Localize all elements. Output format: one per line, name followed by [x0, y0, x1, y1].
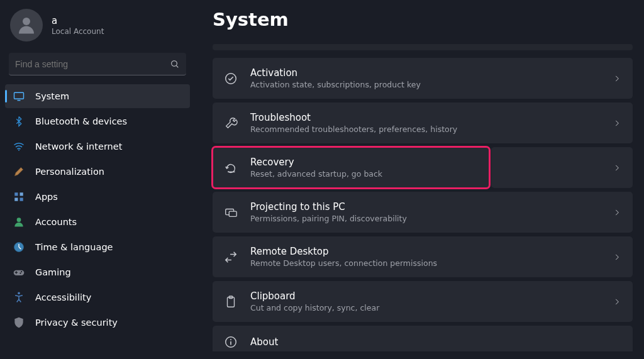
sidebar-item-label: Apps — [35, 192, 58, 202]
sidebar-item-label: Time & language — [35, 242, 113, 252]
search-icon — [170, 59, 180, 69]
apps-icon — [13, 191, 25, 203]
setting-clipboard[interactable]: Clipboard Cut and copy history, sync, cl… — [213, 281, 633, 322]
avatar — [10, 9, 43, 41]
gaming-icon — [13, 266, 25, 279]
sidebar-item-accounts[interactable]: Accounts — [5, 210, 190, 234]
clipboard-icon — [224, 295, 238, 309]
sidebar-item-label: Gaming — [35, 267, 71, 277]
time-icon — [13, 241, 25, 253]
user-name: a — [52, 15, 104, 26]
svg-line-2 — [176, 65, 178, 67]
svg-point-15 — [19, 273, 21, 274]
setting-title: Clipboard — [250, 290, 600, 302]
chevron-right-icon — [613, 297, 621, 306]
sidebar-item-bluetooth[interactable]: Bluetooth & devices — [5, 109, 190, 133]
svg-point-0 — [23, 18, 30, 25]
setting-sub: Reset, advanced startup, go back — [250, 169, 478, 179]
search-input[interactable] — [15, 59, 170, 69]
setting-troubleshoot[interactable]: Troubleshoot Recommended troubleshooters… — [213, 102, 633, 143]
setting-title: Troubleshoot — [250, 112, 600, 123]
accounts-icon — [13, 216, 25, 228]
search-field[interactable] — [9, 53, 186, 75]
svg-point-5 — [18, 150, 19, 151]
wrench-icon — [224, 116, 238, 130]
setting-title: About — [250, 336, 621, 348]
svg-point-23 — [230, 339, 231, 340]
sidebar-item-gaming[interactable]: Gaming — [5, 260, 190, 284]
setting-title: Remote Desktop — [250, 246, 600, 257]
setting-sub: Permissions, pairing PIN, discoverabilit… — [250, 214, 600, 223]
info-icon — [224, 335, 238, 349]
remote-icon — [224, 250, 238, 264]
user-subtitle: Local Account — [52, 27, 104, 36]
setting-sub: Activation state, subscriptions, product… — [250, 80, 600, 89]
wifi-icon — [13, 140, 25, 153]
scroll-spacer — [213, 44, 633, 50]
setting-remote-desktop[interactable]: Remote Desktop Remote Desktop users, con… — [213, 236, 633, 277]
chevron-right-icon — [613, 119, 621, 128]
setting-recovery[interactable]: Recovery Reset, advanced startup, go bac… — [213, 147, 489, 188]
setting-sub: Recommended troubleshooters, preferences… — [250, 124, 600, 134]
chevron-right-icon — [613, 208, 621, 217]
projecting-icon — [224, 206, 238, 219]
sidebar-item-label: Accounts — [35, 217, 77, 227]
svg-point-14 — [21, 271, 22, 272]
svg-point-16 — [18, 292, 20, 295]
setting-title: Projecting to this PC — [250, 201, 600, 213]
svg-rect-9 — [20, 198, 23, 201]
svg-rect-19 — [229, 211, 236, 216]
sidebar-item-accessibility[interactable]: Accessibility — [5, 285, 190, 309]
sidebar-item-apps[interactable]: Apps — [5, 185, 190, 209]
sidebar-item-time-language[interactable]: Time & language — [5, 235, 190, 259]
chevron-right-icon — [613, 163, 621, 172]
page-title: System — [213, 9, 633, 30]
activation-icon — [224, 72, 238, 86]
svg-rect-6 — [14, 192, 18, 196]
sidebar-item-label: Privacy & security — [35, 318, 118, 328]
user-icon — [15, 14, 38, 36]
user-account-block[interactable]: a Local Account — [5, 6, 190, 53]
sidebar-item-label: Bluetooth & devices — [35, 116, 127, 126]
setting-projecting[interactable]: Projecting to this PC Permissions, pairi… — [213, 192, 633, 233]
chevron-right-icon — [613, 253, 621, 262]
main-content: System Activation Activation state, subs… — [195, 0, 644, 359]
svg-rect-8 — [14, 198, 18, 201]
setting-sub: Remote Desktop users, connection permiss… — [250, 258, 600, 268]
sidebar-item-label: System — [35, 91, 69, 101]
shield-icon — [13, 316, 25, 329]
sidebar-item-label: Accessibility — [35, 292, 91, 302]
recovery-icon — [224, 161, 238, 175]
sidebar-item-privacy-security[interactable]: Privacy & security — [5, 311, 190, 334]
setting-about[interactable]: About — [213, 326, 633, 351]
svg-rect-7 — [20, 192, 23, 196]
chevron-right-icon — [613, 74, 621, 83]
svg-point-1 — [172, 60, 177, 66]
setting-activation[interactable]: Activation Activation state, subscriptio… — [213, 58, 633, 99]
system-icon — [13, 90, 25, 102]
setting-sub: Cut and copy history, sync, clear — [250, 303, 600, 312]
svg-point-10 — [17, 218, 21, 222]
svg-rect-3 — [14, 92, 24, 99]
accessibility-icon — [13, 291, 25, 304]
sidebar-item-label: Network & internet — [35, 141, 122, 152]
sidebar-item-personalization[interactable]: Personalization — [5, 160, 190, 184]
sidebar-item-system[interactable]: System — [5, 84, 190, 108]
sidebar: a Local Account System Bluetooth & devic… — [0, 0, 195, 359]
sidebar-item-network[interactable]: Network & internet — [5, 135, 190, 158]
sidebar-nav: System Bluetooth & devices Network & int… — [5, 84, 190, 334]
bluetooth-icon — [13, 115, 25, 128]
setting-title: Recovery — [250, 157, 478, 168]
setting-recovery-chevron-area[interactable] — [491, 147, 633, 188]
sidebar-item-label: Personalization — [35, 167, 104, 177]
setting-title: Activation — [250, 67, 600, 79]
brush-icon — [13, 165, 25, 178]
